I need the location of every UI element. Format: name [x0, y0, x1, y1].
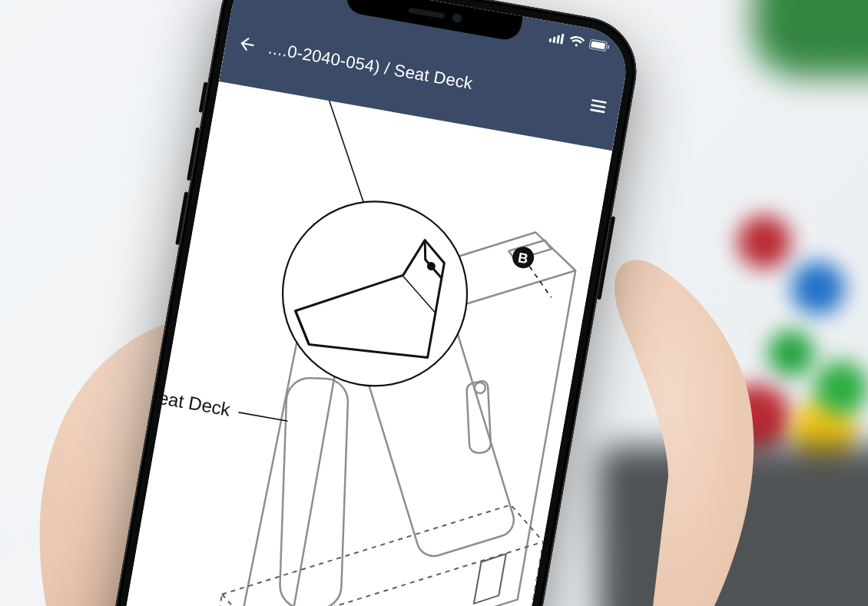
battery-icon — [588, 38, 611, 57]
svg-point-18 — [428, 263, 435, 270]
bg-blob — [768, 330, 814, 376]
svg-rect-7 — [607, 45, 609, 49]
svg-rect-2 — [552, 37, 555, 43]
svg-rect-4 — [560, 34, 564, 45]
bg-blob — [814, 361, 868, 415]
svg-rect-1 — [548, 38, 552, 42]
svg-rect-6 — [591, 41, 605, 49]
bg-keyboard — [599, 445, 868, 606]
wifi-icon — [568, 34, 585, 51]
hamburger-icon — [587, 94, 610, 118]
menu-button[interactable] — [573, 78, 624, 134]
svg-rect-3 — [556, 35, 560, 44]
svg-rect-9 — [591, 104, 606, 108]
svg-line-21 — [525, 267, 556, 298]
svg-rect-10 — [590, 108, 605, 113]
cellular-icon — [548, 31, 566, 48]
svg-point-16 — [474, 382, 486, 394]
scene-root: 4:20 — [0, 0, 868, 606]
diagram-label-seat-deck: eat Deck — [157, 387, 233, 420]
bg-blob — [722, 384, 791, 453]
svg-rect-8 — [591, 99, 607, 104]
bg-plant — [753, 0, 868, 77]
back-arrow-icon — [236, 33, 259, 56]
bg-blob — [791, 261, 845, 315]
svg-line-22 — [239, 412, 288, 421]
bg-blob — [737, 215, 791, 269]
back-button[interactable] — [222, 16, 273, 72]
